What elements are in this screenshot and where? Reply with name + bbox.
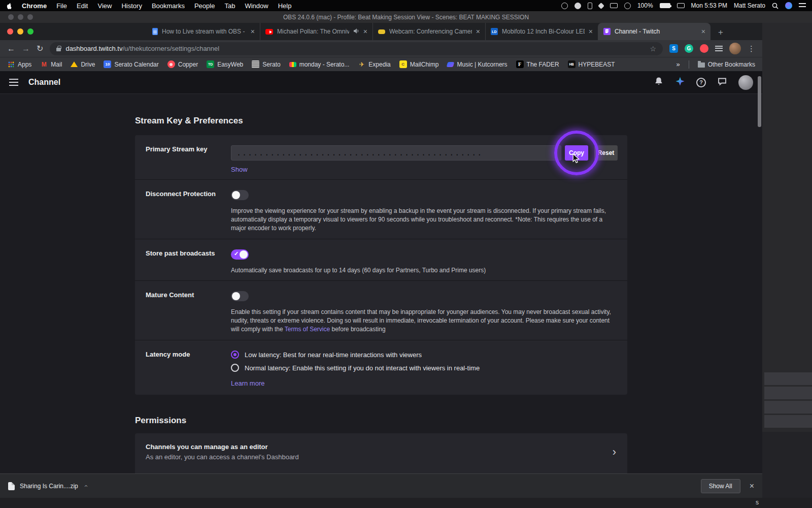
radio-button[interactable]: [231, 351, 239, 359]
menubar-user[interactable]: Matt Serato: [734, 2, 765, 9]
bookmark-copper[interactable]: Copper: [167, 60, 198, 68]
bookmark-serato[interactable]: Serato: [252, 60, 280, 68]
grammarly-extension-icon[interactable]: G: [685, 44, 693, 53]
zoom-window-button[interactable]: [27, 28, 33, 35]
show-all-button[interactable]: Show All: [701, 479, 740, 493]
close-tab-icon[interactable]: ×: [701, 27, 705, 36]
radio-button[interactable]: [231, 364, 239, 372]
obs-traffic-lights[interactable]: [8, 14, 33, 20]
tab-title: Webcam: Conferencing Camer: [389, 28, 472, 35]
close-tab-icon[interactable]: ×: [589, 27, 593, 36]
bookmarks-overflow-chevron[interactable]: »: [676, 60, 680, 68]
bookmark-drive[interactable]: Drive: [71, 61, 95, 68]
tab-twitch-channel[interactable]: Channel - Twitch ×: [598, 23, 710, 40]
download-filename[interactable]: Sharing Is Carin....zip: [20, 483, 78, 490]
tab-obs-guide[interactable]: How to Live stream with OBS - ×: [147, 23, 260, 40]
notification-center-icon[interactable]: [799, 3, 806, 8]
minimize-window-button[interactable]: [17, 28, 23, 35]
obs-minimize-button[interactable]: [18, 14, 23, 20]
disconnect-protection-toggle[interactable]: ✓: [231, 190, 249, 200]
bookmark-apps[interactable]: Apps: [7, 60, 31, 68]
mature-content-toggle[interactable]: ✓: [231, 291, 249, 301]
bookmark-mailchimp[interactable]: C MailChimp: [399, 60, 439, 68]
bookmark-monday[interactable]: monday - Serato...: [289, 61, 350, 68]
battery-icon[interactable]: [660, 3, 670, 8]
obs-zoom-button[interactable]: [27, 14, 33, 20]
dropbox-menu-icon[interactable]: [598, 3, 604, 9]
lock-icon[interactable]: [56, 48, 61, 51]
tab-audio-icon[interactable]: [353, 28, 359, 36]
new-tab-button[interactable]: +: [715, 26, 727, 39]
window-traffic-lights[interactable]: [7, 28, 33, 35]
store-broadcasts-toggle[interactable]: ✓: [231, 249, 249, 260]
tab-mobifoto[interactable]: LD Mobifoto 12 Inch Bi-Colour LED ×: [485, 23, 598, 40]
skype-extension-icon[interactable]: S: [669, 44, 678, 53]
obs-menu-icon[interactable]: [574, 3, 581, 9]
close-tab-icon[interactable]: ×: [363, 27, 367, 36]
menu-item-view[interactable]: View: [97, 2, 112, 10]
chevron-right-icon[interactable]: ›: [613, 447, 616, 458]
editor-channels-card[interactable]: Channels you can manage as an editor As …: [135, 433, 627, 473]
bookmark-label: monday - Serato...: [299, 61, 350, 68]
menu-item-people[interactable]: People: [194, 2, 215, 10]
spotlight-icon[interactable]: [772, 3, 779, 9]
stream-key-input[interactable]: [231, 145, 561, 161]
bookmark-serato-calendar[interactable]: 10 Serato Calendar: [104, 60, 158, 68]
apple-menu-icon[interactable]: [6, 2, 12, 9]
normal-latency-option[interactable]: Normal latency: Enable this setting if y…: [231, 364, 618, 372]
bookmark-the-fader[interactable]: F The FADER: [516, 60, 559, 68]
menu-item-tab[interactable]: Tab: [224, 2, 235, 10]
twitch-user-avatar[interactable]: [738, 75, 753, 90]
bookmark-star-icon[interactable]: ☆: [650, 45, 656, 53]
obs-window-bottom-edge: s: [0, 498, 812, 508]
forward-button[interactable]: →: [22, 45, 30, 53]
close-tab-icon[interactable]: ×: [251, 27, 255, 36]
close-window-button[interactable]: [7, 28, 13, 35]
menubar-clock[interactable]: Mon 5:53 PM: [691, 2, 727, 9]
bookmark-music-kutcorners[interactable]: Music | Kutcorners: [447, 61, 507, 68]
bookmark-hypebeast[interactable]: HB HYPEBEAST: [568, 60, 615, 68]
learn-more-link[interactable]: Learn more: [231, 379, 264, 387]
display-menu-icon[interactable]: [677, 3, 685, 8]
bookmark-easyweb[interactable]: TD EasyWeb: [207, 60, 243, 68]
bookmark-expedia[interactable]: ✈ Expedia: [358, 60, 390, 68]
obs-close-button[interactable]: [8, 14, 14, 20]
low-latency-option[interactable]: Low latency: Best for near real-time int…: [231, 351, 618, 359]
copper-extension-icon[interactable]: [700, 44, 708, 53]
app-menu-chrome[interactable]: Chrome: [22, 2, 47, 10]
tab-webcam[interactable]: Webcam: Conferencing Camer ×: [373, 23, 485, 40]
siri-icon[interactable]: [785, 2, 792, 9]
sparkle-icon[interactable]: [675, 76, 685, 88]
serato-menu-icon[interactable]: [561, 3, 568, 9]
menu-item-help[interactable]: Help: [278, 2, 292, 10]
address-bar[interactable]: dashboard.twitch.tv/u/thekutcorners/sett…: [50, 42, 663, 55]
menu-item-edit[interactable]: Edit: [77, 2, 88, 10]
close-shelf-icon[interactable]: ×: [750, 482, 754, 491]
chrome-menu-icon[interactable]: ⋮: [748, 44, 755, 53]
reload-button[interactable]: ↻: [37, 45, 43, 53]
setting-description: Automatically save broadcasts for up to …: [231, 266, 614, 275]
page-scrollbar-thumb[interactable]: [758, 76, 761, 127]
airplay-menu-icon[interactable]: [610, 3, 618, 8]
other-bookmarks[interactable]: Other Bookmarks: [698, 61, 755, 68]
close-tab-icon[interactable]: ×: [476, 27, 480, 36]
show-key-link[interactable]: Show: [231, 166, 248, 173]
chrome-profile-avatar[interactable]: [729, 43, 741, 54]
time-machine-menu-icon[interactable]: [624, 3, 631, 9]
notifications-bell-icon[interactable]: [654, 76, 664, 88]
bookmark-mail[interactable]: M Mail: [40, 60, 62, 68]
back-button[interactable]: ←: [7, 45, 15, 53]
url-text[interactable]: dashboard.twitch.tv/u/thekutcorners/sett…: [65, 45, 219, 52]
menu-item-history[interactable]: History: [121, 2, 142, 10]
menu-item-file[interactable]: File: [56, 2, 67, 10]
reading-list-icon[interactable]: [715, 46, 723, 51]
terms-of-service-link[interactable]: Terms of Service: [285, 326, 330, 333]
download-caret-icon[interactable]: ›: [81, 485, 89, 487]
tab-youtube-video[interactable]: Michael Pollan: The Omniv ×: [260, 23, 373, 40]
whispers-chat-icon[interactable]: [717, 76, 727, 88]
help-icon[interactable]: ?: [696, 78, 706, 87]
hamburger-menu-icon[interactable]: [9, 79, 18, 86]
backblaze-menu-icon[interactable]: [588, 3, 592, 9]
menu-item-window[interactable]: Window: [245, 2, 268, 10]
menu-item-bookmarks[interactable]: Bookmarks: [152, 2, 185, 10]
